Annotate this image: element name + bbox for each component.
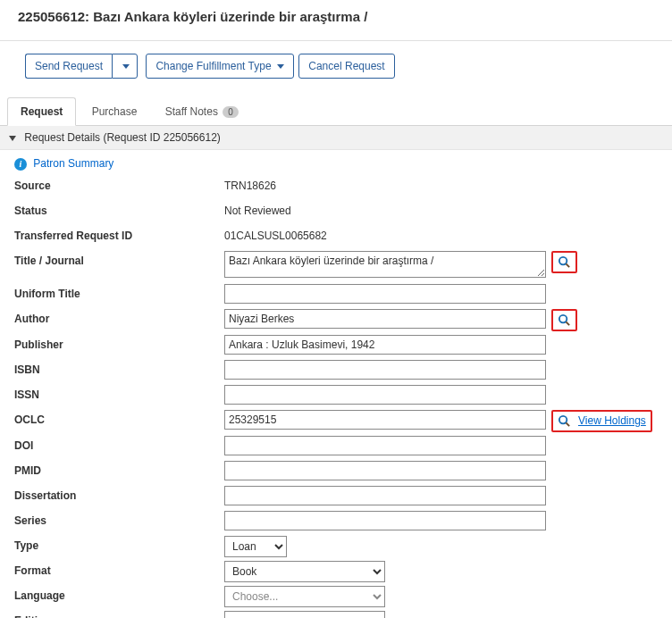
uniform-title-label: Uniform Title: [14, 284, 224, 300]
author-search-highlight: [551, 309, 577, 331]
svg-point-2: [559, 315, 567, 322]
format-label: Format: [14, 561, 224, 577]
title-journal-input[interactable]: Bazı Ankara köyleri üzerinde bir araştır…: [224, 251, 546, 278]
type-label: Type: [14, 536, 224, 552]
request-details-form: Source TRN18626 Status Not Reviewed Tran…: [0, 174, 672, 618]
info-icon: i: [14, 158, 27, 171]
change-fulfillment-type-button[interactable]: Change Fulfillment Type: [146, 54, 294, 79]
send-request-dropdown-toggle[interactable]: [112, 54, 138, 79]
format-select[interactable]: Book: [224, 561, 385, 582]
transferred-request-id-label: Transferred Request ID: [14, 226, 224, 242]
svg-point-0: [559, 257, 567, 264]
source-value: TRN18626: [224, 176, 276, 192]
svg-line-3: [566, 322, 569, 325]
tab-bar: Request Purchase Staff Notes 0: [0, 96, 672, 126]
record-id: 225056612: [18, 9, 85, 24]
section-header-label: Request Details (Request ID 225056612): [24, 131, 220, 144]
send-request-button[interactable]: Send Request: [25, 54, 112, 79]
oclc-label: OCLC: [14, 410, 224, 426]
publisher-input[interactable]: [224, 335, 546, 355]
chevron-down-icon: [9, 136, 16, 141]
dissertation-label: Dissertation: [14, 486, 224, 502]
view-holdings-link[interactable]: View Holdings: [578, 414, 646, 427]
isbn-input[interactable]: [224, 360, 546, 380]
language-select[interactable]: Choose...: [224, 586, 385, 607]
edition-input[interactable]: [224, 611, 385, 618]
uniform-title-input[interactable]: [224, 284, 546, 304]
author-input[interactable]: [224, 309, 546, 329]
oclc-holdings-highlight: View Holdings: [551, 410, 652, 432]
svg-point-4: [559, 416, 567, 423]
record-title: Bazı Ankara köyleri üzerinde bir araştır…: [93, 9, 367, 24]
search-icon[interactable]: [558, 255, 571, 269]
title-journal-label: Title / Journal: [14, 251, 224, 267]
series-label: Series: [14, 511, 224, 527]
pmid-label: PMID: [14, 461, 224, 477]
request-details-section-toggle[interactable]: Request Details (Request ID 225056612): [0, 126, 672, 150]
staff-notes-count-badge: 0: [223, 106, 239, 118]
title-search-highlight: [551, 251, 577, 273]
author-label: Author: [14, 309, 224, 325]
issn-input[interactable]: [224, 385, 546, 405]
tab-staff-notes[interactable]: Staff Notes 0: [153, 98, 251, 125]
pmid-input[interactable]: [224, 461, 546, 480]
oclc-input[interactable]: [224, 410, 546, 430]
status-label: Status: [14, 201, 224, 217]
search-icon[interactable]: [558, 414, 571, 428]
isbn-label: ISBN: [14, 360, 224, 376]
series-input[interactable]: [224, 511, 546, 530]
status-value: Not Reviewed: [224, 201, 291, 217]
svg-line-5: [566, 422, 569, 426]
transferred-request-id-value: 01CALSUSL0065682: [224, 226, 327, 242]
issn-label: ISSN: [14, 385, 224, 401]
type-select[interactable]: Loan: [224, 536, 287, 557]
patron-summary-link[interactable]: i Patron Summary: [0, 150, 672, 174]
action-toolbar: Send Request Change Fulfillment Type Can…: [0, 54, 672, 96]
edition-label: Edition: [14, 611, 224, 618]
dissertation-input[interactable]: [224, 486, 546, 505]
doi-input[interactable]: [224, 436, 546, 455]
tab-purchase[interactable]: Purchase: [80, 98, 150, 125]
source-label: Source: [14, 176, 224, 192]
chevron-down-icon: [277, 64, 284, 69]
cancel-request-button[interactable]: Cancel Request: [298, 54, 394, 79]
language-label: Language: [14, 586, 224, 602]
tab-request[interactable]: Request: [7, 97, 76, 126]
doi-label: DOI: [14, 436, 224, 452]
publisher-label: Publisher: [14, 335, 224, 351]
page-title: 225056612: Bazı Ankara köyleri üzerinde …: [0, 0, 672, 41]
search-icon[interactable]: [558, 313, 571, 327]
chevron-down-icon: [122, 64, 130, 69]
svg-line-1: [566, 263, 569, 267]
